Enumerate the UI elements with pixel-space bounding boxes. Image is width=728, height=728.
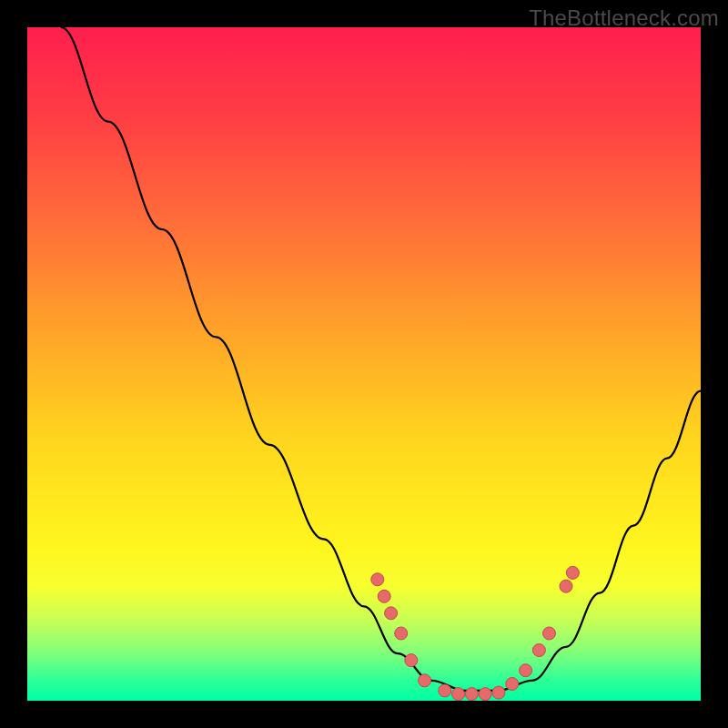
marker-point <box>560 580 572 592</box>
marker-point <box>532 644 545 657</box>
chart-frame: TheBottleneck.com <box>0 0 728 728</box>
marker-points-group <box>371 566 580 700</box>
marker-point <box>479 688 491 701</box>
marker-point <box>395 627 408 640</box>
marker-point <box>405 654 418 667</box>
plot-area <box>27 27 701 701</box>
marker-point <box>506 678 519 691</box>
marker-point <box>465 688 478 701</box>
marker-point <box>385 607 398 620</box>
marker-point <box>452 688 465 701</box>
marker-point <box>566 566 579 579</box>
chart-svg <box>27 27 701 701</box>
marker-point <box>439 684 451 697</box>
marker-point <box>543 627 556 640</box>
marker-point <box>378 590 390 602</box>
marker-point <box>371 573 384 586</box>
marker-point <box>492 686 505 699</box>
marker-point <box>520 664 532 677</box>
marker-point <box>419 674 431 687</box>
